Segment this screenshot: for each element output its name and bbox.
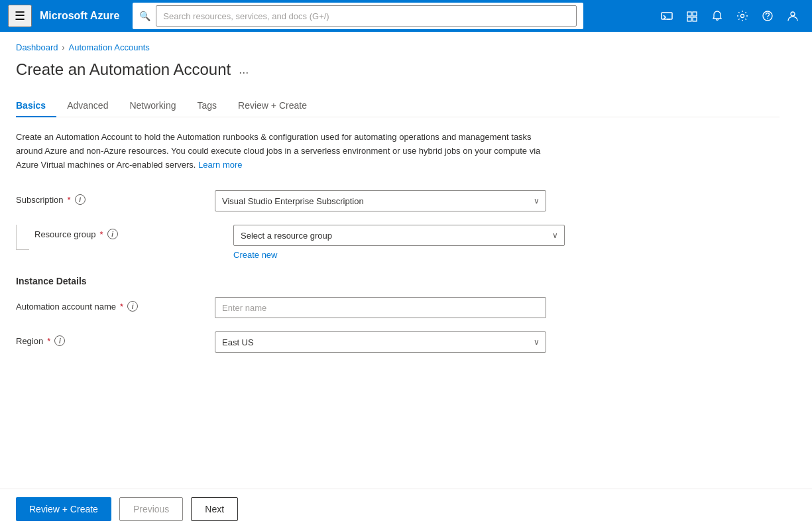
resource-group-info-icon[interactable]: i (107, 229, 118, 239)
region-select-wrapper: East US East US 2 West US West US 2 Cent… (215, 331, 546, 353)
resource-group-required: * (100, 229, 103, 239)
page-content: Dashboard › Automation Accounts Create a… (0, 32, 795, 379)
subscription-select-wrapper: Visual Studio Enterprise Subscription ∨ (215, 190, 546, 211)
svg-point-6 (741, 15, 744, 18)
tab-networking[interactable]: Networking (119, 95, 186, 117)
resource-group-select[interactable]: Select a resource group (233, 225, 565, 246)
subscription-info-icon[interactable]: i (75, 194, 86, 205)
top-navigation: ☰ Microsoft Azure 🔍 (0, 0, 812, 32)
account-name-required: * (120, 302, 123, 312)
resource-group-label-text: Resource group (34, 229, 96, 239)
svg-rect-0 (662, 13, 672, 19)
account-name-row: Automation account name * i (16, 297, 780, 318)
region-info-icon[interactable]: i (54, 335, 65, 346)
resource-group-label: Resource group * i (34, 229, 233, 239)
cloud-shell-button[interactable] (656, 6, 678, 26)
svg-rect-3 (693, 12, 697, 16)
page-more-button[interactable]: ... (239, 63, 249, 77)
page-description: Create an Automation Account to hold the… (16, 131, 546, 172)
breadcrumb-dashboard[interactable]: Dashboard (16, 42, 58, 52)
account-name-label-text: Automation account name (16, 302, 116, 312)
region-row: Region * i East US East US 2 West US Wes… (16, 331, 780, 353)
tab-review-create[interactable]: Review + Create (227, 95, 318, 117)
subscription-select[interactable]: Visual Studio Enterprise Subscription (215, 190, 546, 211)
instance-details-heading: Instance Details (16, 276, 780, 286)
breadcrumb: Dashboard › Automation Accounts (16, 42, 780, 52)
region-label-text: Region (16, 336, 43, 346)
account-name-label: Automation account name * i (16, 301, 215, 312)
breadcrumb-automation-accounts[interactable]: Automation Accounts (69, 42, 150, 52)
subscription-required: * (68, 195, 71, 205)
account-name-input[interactable] (215, 297, 546, 318)
breadcrumb-sep-1: › (62, 43, 65, 52)
svg-rect-4 (687, 17, 691, 21)
search-icon: 🔍 (139, 11, 150, 21)
resource-group-select-wrapper: Select a resource group ∨ (233, 225, 565, 246)
tab-advanced[interactable]: Advanced (56, 95, 119, 117)
help-button[interactable] (756, 6, 779, 26)
directory-button[interactable] (681, 6, 703, 26)
region-required: * (47, 336, 50, 346)
rg-indent-line (16, 225, 29, 250)
create-new-resource-group-link[interactable]: Create new (233, 250, 277, 260)
subscription-row: Subscription * i Visual Studio Enterpris… (16, 190, 780, 211)
form-section-subscription: Subscription * i Visual Studio Enterpris… (16, 190, 780, 260)
azure-logo: Microsoft Azure (40, 10, 119, 22)
learn-more-link[interactable]: Learn more (198, 160, 242, 170)
topnav-icon-group (656, 6, 804, 26)
page-title-row: Create an Automation Account ... (16, 60, 780, 79)
svg-point-8 (767, 18, 768, 19)
hamburger-menu-button[interactable]: ☰ (8, 5, 32, 27)
notifications-button[interactable] (706, 6, 728, 26)
search-bar: 🔍 (133, 3, 583, 29)
account-name-info-icon[interactable]: i (127, 301, 138, 312)
svg-point-9 (791, 12, 795, 16)
page-title: Create an Automation Account (16, 60, 231, 79)
account-button[interactable] (782, 6, 804, 26)
search-input[interactable] (156, 5, 577, 27)
svg-rect-2 (687, 12, 691, 16)
svg-rect-5 (693, 17, 697, 21)
form-section-instance: Instance Details Automation account name… (16, 276, 780, 353)
tab-tags[interactable]: Tags (186, 95, 227, 117)
tab-bar: Basics Advanced Networking Tags Review +… (16, 95, 780, 117)
settings-button[interactable] (731, 6, 754, 26)
tab-basics[interactable]: Basics (16, 95, 56, 117)
description-text: Create an Automation Account to hold the… (16, 132, 540, 170)
resource-group-row: Resource group * i Select a resource gro… (16, 225, 780, 260)
region-select[interactable]: East US East US 2 West US West US 2 Cent… (215, 331, 546, 353)
region-label: Region * i (16, 335, 215, 346)
subscription-label-text: Subscription (16, 195, 64, 205)
subscription-label: Subscription * i (16, 194, 215, 205)
